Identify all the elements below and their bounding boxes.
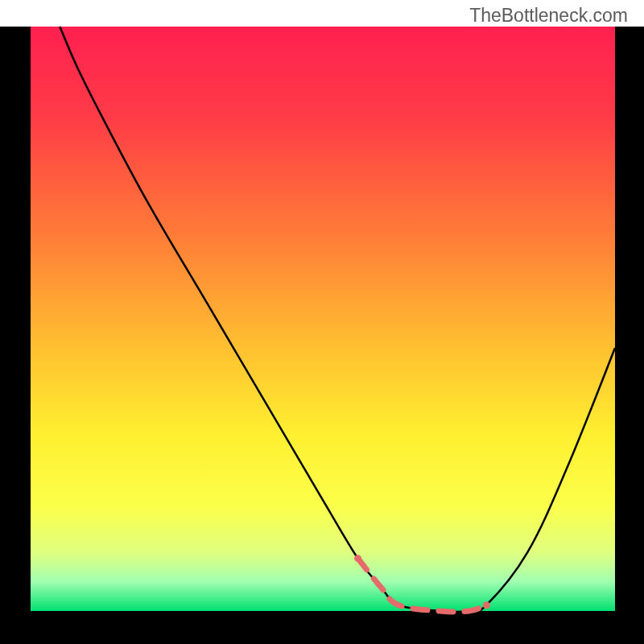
bottleneck-chart [0, 0, 644, 644]
highlight-endpoint [483, 601, 490, 609]
watermark-text: TheBottleneck.com [469, 5, 628, 27]
chart-container: TheBottleneck.com [0, 0, 644, 644]
highlight-endpoint [354, 555, 361, 562]
plot-background [31, 27, 615, 611]
